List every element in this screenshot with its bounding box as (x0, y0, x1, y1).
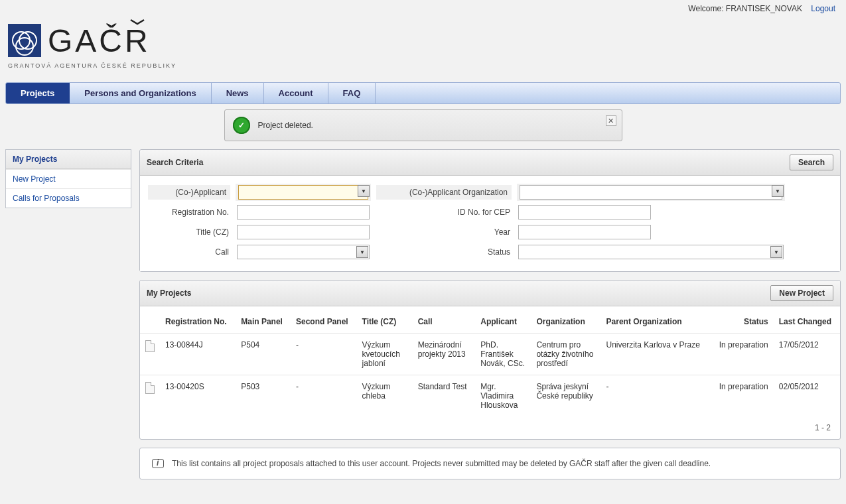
cell-call: Mezinárodní projekty 2013 (413, 334, 476, 375)
welcome-label: Welcome: FRANTISEK_NOVAK (688, 4, 802, 13)
alert-close-button[interactable]: ✕ (606, 115, 616, 126)
sidebar-item-my-projects[interactable]: My Projects (6, 150, 131, 169)
new-project-button[interactable]: New Project (770, 285, 833, 301)
nav-account[interactable]: Account (264, 83, 328, 103)
co-applicant-org-select[interactable] (520, 185, 782, 200)
call-select[interactable] (237, 245, 370, 259)
label-year: Year (378, 227, 510, 237)
col-second-panel: Second Panel (291, 306, 357, 334)
logout-link[interactable]: Logout (811, 4, 835, 13)
nav-faq[interactable]: FAQ (328, 83, 376, 103)
col-status: Status (711, 306, 774, 334)
info-panel: This list contains all project proposals… (139, 448, 841, 479)
cell-main-panel: P504 (236, 334, 291, 375)
reg-no-input[interactable] (237, 205, 370, 220)
my-projects-panel: My Projects New Project Registration No.… (139, 280, 841, 440)
table-row[interactable]: 13-00420S P503 - Výzkum chleba Standard … (140, 375, 840, 417)
my-projects-title: My Projects (147, 288, 191, 298)
col-title-cz: Title (CZ) (357, 306, 413, 334)
label-reg-no: Registration No. (149, 208, 229, 217)
search-criteria-title: Search Criteria (147, 158, 203, 167)
cell-call: Standard Test (413, 375, 476, 417)
sidebar-item-new-project[interactable]: New Project (6, 169, 131, 188)
alert-message: Project deleted. (258, 121, 313, 130)
search-criteria-panel: Search Criteria Search (Co-)Applicant ▼ … (139, 149, 841, 272)
col-applicant: Applicant (475, 306, 531, 334)
cell-last-changed: 02/05/2012 (774, 375, 840, 417)
success-icon: ✓ (233, 117, 250, 134)
title-cz-input[interactable] (237, 225, 370, 239)
info-icon (152, 459, 164, 468)
label-co-applicant: (Co-)Applicant (148, 185, 230, 200)
cell-organization: Správa jeskyní České republiky (531, 375, 600, 417)
col-parent-org: Parent Organization (601, 306, 711, 334)
cell-organization: Centrum pro otázky životního prostředí (531, 334, 600, 375)
logo-title: GAČR (48, 23, 151, 58)
cell-applicant: Mgr. Vladimira Hlouskova (475, 375, 531, 417)
id-cep-input[interactable] (518, 205, 651, 220)
table-row[interactable]: 13-00844J P504 - Výzkum kvetoucích jablo… (140, 334, 840, 375)
co-applicant-select[interactable] (238, 185, 368, 200)
cell-last-changed: 17/05/2012 (774, 334, 840, 375)
col-organization: Organization (531, 306, 600, 334)
label-title-cz: Title (CZ) (149, 227, 229, 237)
cell-title-cz: Výzkum chleba (357, 375, 413, 417)
cell-reg-no: 13-00420S (160, 375, 236, 417)
nav-persons-orgs[interactable]: Persons and Organizations (70, 83, 211, 103)
label-id-cep: ID No. for CEP (378, 208, 510, 217)
nav-projects[interactable]: Projects (6, 83, 70, 103)
cell-parent-org: Univerzita Karlova v Praze (601, 334, 711, 375)
cell-main-panel: P503 (236, 375, 291, 417)
year-input[interactable] (518, 225, 651, 239)
cell-second-panel: - (291, 334, 357, 375)
col-last-changed: Last Changed (774, 306, 840, 334)
cell-parent-org: - (601, 375, 711, 417)
document-icon (145, 382, 155, 394)
cell-status: In preparation (711, 334, 774, 375)
main-nav: Projects Persons and Organizations News … (5, 82, 841, 104)
cell-applicant: PhD. František Novák, CSc. (475, 334, 531, 375)
label-co-applicant-org: (Co-)Applicant Organization (376, 185, 512, 200)
status-select[interactable] (518, 245, 784, 259)
col-call: Call (413, 306, 476, 334)
col-main-panel: Main Panel (236, 306, 291, 334)
cell-status: In preparation (711, 375, 774, 417)
document-icon (145, 340, 155, 352)
logo: GAČR GRANTOVÁ AGENTURA ČESKÉ REPUBLIKY (0, 13, 846, 82)
label-call: Call (149, 247, 229, 257)
search-button[interactable]: Search (790, 155, 833, 170)
cell-title-cz: Výzkum kvetoucích jabloní (357, 334, 413, 375)
sidebar-item-calls[interactable]: Calls for Proposals (6, 188, 131, 208)
projects-table: Registration No. Main Panel Second Panel… (140, 306, 840, 416)
label-status: Status (378, 247, 510, 257)
col-reg-no: Registration No. (160, 306, 236, 334)
cell-second-panel: - (291, 375, 357, 417)
sidebar: My Projects New Project Calls for Propos… (5, 149, 131, 208)
logo-subtitle: GRANTOVÁ AGENTURA ČESKÉ REPUBLIKY (8, 62, 176, 69)
info-text: This list contains all project proposals… (172, 459, 711, 468)
nav-news[interactable]: News (212, 83, 264, 103)
cell-reg-no: 13-00844J (160, 334, 236, 375)
alert-banner: ✓ Project deleted. ✕ (224, 109, 622, 141)
pager: 1 - 2 (140, 416, 840, 439)
